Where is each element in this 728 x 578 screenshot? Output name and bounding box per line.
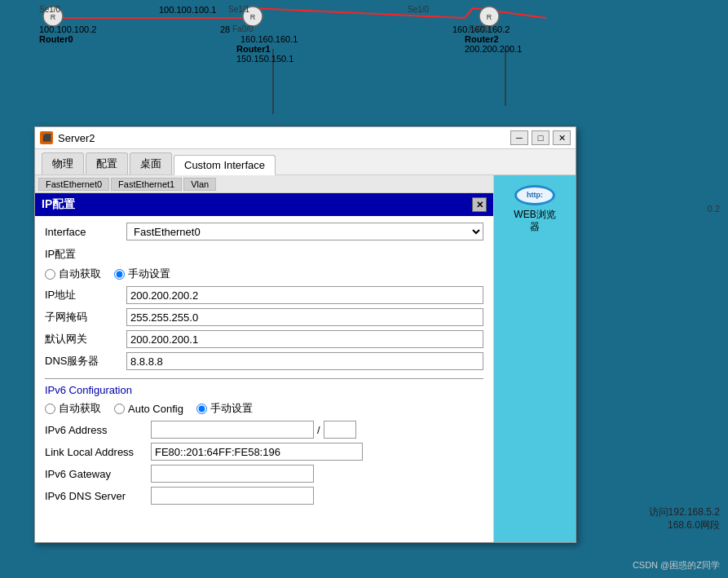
web-browser-icon[interactable]: http: WEB浏览器 xyxy=(506,185,563,234)
router1-port2: Fa0/0 xyxy=(232,24,254,33)
router2-label: Router2 xyxy=(465,34,499,44)
manual-label: 手动设置 xyxy=(128,267,170,281)
link-local-label: Link Local Address xyxy=(45,446,151,458)
router1-ip2: 150.150.150.1 xyxy=(236,54,293,64)
ipv6-section-title: IPv6 Configuration xyxy=(45,384,483,396)
right-segment-text: 168.6.0网段 xyxy=(668,518,720,532)
ipv6-gateway-input[interactable] xyxy=(151,465,314,483)
dialog-content: FastEthernet0 FastEthernet1 Vlan IP配置 ✕ … xyxy=(35,175,576,542)
ipv6-manual-radio[interactable] xyxy=(196,404,207,414)
ipv6-autoconfig-radio-item[interactable]: Auto Config xyxy=(114,403,183,415)
ip-section-label: IP配置 xyxy=(45,247,483,262)
minimize-button[interactable]: ─ xyxy=(510,130,528,145)
watermark: CSDN @困惑的Z同学 xyxy=(633,559,720,571)
tabs-row: 物理 配置 桌面 Custom Interface xyxy=(35,149,576,175)
gateway-input[interactable] xyxy=(126,330,483,348)
tab-physics[interactable]: 物理 xyxy=(42,152,84,174)
ipv6-address-row: IPv6 Address / xyxy=(45,421,483,439)
gateway-label: 默认网关 xyxy=(45,332,126,346)
ipv6-address-label: IPv6 Address xyxy=(45,424,151,436)
interface-label: Interface xyxy=(45,226,126,238)
ipv6-prefix-input[interactable] xyxy=(324,421,356,439)
ipv6-mode-radio-row: 自动获取 Auto Config 手动设置 xyxy=(45,401,483,416)
ipv6-address-input[interactable] xyxy=(151,421,314,439)
tab-config[interactable]: 配置 xyxy=(86,152,128,174)
scroll-tab-fe1[interactable]: FastEthernet1 xyxy=(111,178,182,191)
section-divider xyxy=(45,378,483,379)
link-local-row: Link Local Address xyxy=(45,443,483,461)
http-text: http: xyxy=(527,191,543,199)
dns-input[interactable] xyxy=(126,352,483,370)
svg-line-3 xyxy=(465,8,473,18)
server2-dialog: ⬛ Server2 ─ □ ✕ 物理 配置 桌面 Custom Interfac… xyxy=(34,126,576,543)
ipv6-auto-radio[interactable] xyxy=(45,404,55,414)
ipv6-auto-label: 自动获取 xyxy=(59,401,101,416)
svg-line-2 xyxy=(253,8,465,18)
auto-radio-item[interactable]: 自动获取 xyxy=(45,267,101,281)
router1-port1: Se1/1 xyxy=(228,5,249,14)
dns-label: DNS服务器 xyxy=(45,354,126,368)
scroll-tabs: FastEthernet0 FastEthernet1 Vlan xyxy=(35,175,493,193)
ip-config-title: IP配置 xyxy=(42,197,75,212)
ip-header-close-btn[interactable]: ✕ xyxy=(472,197,487,212)
router2-port1: Se1/0 xyxy=(408,5,429,14)
subnet-mask-row: 子网掩码 xyxy=(45,308,483,326)
close-button[interactable]: ✕ xyxy=(553,130,571,145)
right-text-1: 0.2 xyxy=(708,204,720,214)
interface-row: Interface FastEthernet0 xyxy=(45,223,483,240)
subnet-mask-label: 子网掩码 xyxy=(45,310,126,324)
ip-address-input[interactable] xyxy=(126,286,483,304)
window-icon: ⬛ xyxy=(40,131,53,144)
ipv6-dns-row: IPv6 DNS Server xyxy=(45,487,483,505)
auto-label: 自动获取 xyxy=(59,267,101,281)
scroll-tab-fe0[interactable]: FastEthernet0 xyxy=(38,178,109,191)
ipv6-gateway-row: IPv6 Gateway xyxy=(45,465,483,483)
router1-label-sub: 28 xyxy=(220,24,230,34)
maximize-button[interactable]: □ xyxy=(532,130,549,145)
ipv6-autoconfig-radio[interactable] xyxy=(114,404,125,414)
manual-radio-item[interactable]: 手动设置 xyxy=(114,267,170,281)
router0-ip: 100.100.100.2 xyxy=(39,24,96,34)
window-title: Server2 xyxy=(58,132,505,144)
ipv6-manual-label: 手动设置 xyxy=(210,401,253,416)
browser-circle: http: xyxy=(514,185,555,205)
ipv6-autoconfig-label: Auto Config xyxy=(128,403,183,415)
right-access-text: 访问192.168.5.2 xyxy=(649,505,720,519)
router1-ip1: 160.160.160.1 xyxy=(240,34,298,44)
form-area: Interface FastEthernet0 IP配置 自动获取 手动设 xyxy=(35,216,493,515)
dns-row: DNS服务器 xyxy=(45,352,483,370)
scroll-tab-vlan[interactable]: Vlan xyxy=(183,178,216,191)
ipv6-dns-label: IPv6 DNS Server xyxy=(45,490,151,502)
ipv6-dns-input[interactable] xyxy=(151,487,314,505)
ipv6-gateway-label: IPv6 Gateway xyxy=(45,468,151,480)
ip-mode-radio-row: 自动获取 手动设置 xyxy=(45,267,483,281)
router0-port: Se1/0 xyxy=(39,5,60,14)
subnet-mask-input[interactable] xyxy=(126,308,483,326)
center-ip: 100.100.100.1 xyxy=(159,5,216,15)
ipv6-manual-radio-item[interactable]: 手动设置 xyxy=(196,401,253,416)
ip-address-row: IP地址 xyxy=(45,286,483,304)
ipv6-slash: / xyxy=(317,424,320,436)
interface-select[interactable]: FastEthernet0 xyxy=(126,223,483,240)
gateway-row: 默认网关 xyxy=(45,330,483,348)
svg-text:R: R xyxy=(487,13,492,21)
link-local-input[interactable] xyxy=(151,443,363,461)
ip-address-label: IP地址 xyxy=(45,288,126,302)
title-bar: ⬛ Server2 ─ □ ✕ xyxy=(35,127,576,149)
ip-config-header: IP配置 ✕ xyxy=(35,193,493,216)
router0-label: Router0 xyxy=(39,34,73,44)
right-panel: http: WEB浏览器 xyxy=(494,175,576,542)
ip-panel: FastEthernet0 FastEthernet1 Vlan IP配置 ✕ … xyxy=(35,175,494,542)
browser-label: WEB浏览器 xyxy=(514,209,555,234)
router1-label: Router1 xyxy=(236,44,271,54)
auto-radio[interactable] xyxy=(45,269,55,280)
svg-text:R: R xyxy=(51,13,56,21)
manual-radio[interactable] xyxy=(114,269,125,280)
tab-desktop[interactable]: 桌面 xyxy=(130,152,172,174)
tab-custom-interface[interactable]: Custom Interface xyxy=(174,155,276,175)
window-controls: ─ □ ✕ xyxy=(510,130,571,145)
svg-text:R: R xyxy=(250,13,256,21)
ipv6-auto-radio-item[interactable]: 自动获取 xyxy=(45,401,101,416)
router2-ip2: 200.200.200.1 xyxy=(465,44,522,54)
router2-port2: Fa0/0 xyxy=(469,24,490,33)
